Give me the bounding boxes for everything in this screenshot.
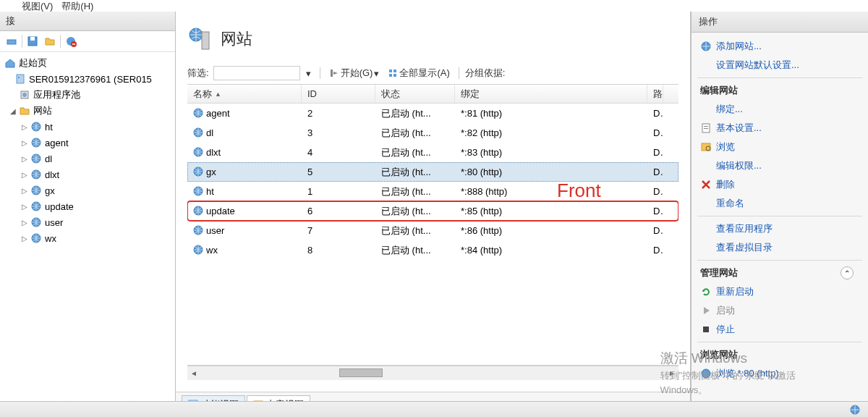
tree-site-item[interactable]: ▷agent	[0, 135, 175, 151]
open-folder-icon[interactable]	[43, 34, 57, 49]
action-add-site[interactable]: 添加网站...	[692, 37, 868, 56]
filter-input[interactable]	[213, 66, 300, 80]
expander-icon[interactable]: ▷	[20, 186, 29, 195]
tree-start-page[interactable]: 起始页	[0, 55, 175, 71]
chevron-down-icon[interactable]	[4, 75, 13, 83]
main-panel: 网站 筛选: ▾ 开始(G) ▾ 全部显示(A) 分组依据: 名称▲ ID 状态…	[176, 12, 691, 417]
tree-site-item[interactable]: ▷ht	[0, 119, 175, 135]
svg-rect-21	[389, 74, 392, 77]
table-row[interactable]: user7已启动 (ht...*:86 (http)D:	[187, 221, 678, 240]
svg-rect-20	[393, 70, 396, 72]
globe-icon	[193, 108, 203, 118]
action-rename[interactable]: 重命名	[692, 194, 868, 213]
tree-site-item[interactable]: ▷user	[0, 214, 175, 230]
col-id[interactable]: ID	[302, 85, 375, 103]
table-row[interactable]: update6已启动 (ht...*:85 (http)D:	[187, 201, 678, 221]
document-icon	[700, 122, 712, 134]
action-set-default[interactable]: 设置网站默认设置...	[692, 56, 868, 75]
tree-site-item[interactable]: ▷gx	[0, 182, 175, 198]
expander-icon[interactable]: ▷	[20, 234, 29, 243]
globe-icon	[30, 232, 42, 244]
globe-icon	[193, 147, 203, 157]
action-browse[interactable]: 浏览	[692, 138, 868, 156]
svg-rect-0	[7, 40, 16, 44]
app-pool-icon	[19, 89, 30, 101]
globe-icon	[193, 206, 203, 216]
tree-app-pool[interactable]: 应用程序池	[0, 87, 175, 103]
action-stop[interactable]: 停止	[692, 320, 868, 339]
sort-asc-icon: ▲	[215, 90, 221, 98]
grid-hscrollbar[interactable]: ◄ ►	[187, 366, 678, 380]
stop-icon	[700, 324, 712, 335]
col-path[interactable]: 路	[647, 85, 663, 103]
action-view-apps[interactable]: 查看应用程序	[692, 219, 868, 238]
toolbar-separator	[60, 35, 61, 48]
action-edit-permissions[interactable]: 编辑权限...	[692, 156, 868, 175]
connect-icon[interactable]	[4, 34, 19, 49]
tree-label: agent	[45, 138, 69, 148]
action-basic-settings[interactable]: 基本设置...	[692, 119, 868, 138]
scroll-left-icon[interactable]: ◄	[187, 366, 200, 379]
tree-site-item[interactable]: ▷dlxt	[0, 167, 175, 182]
svg-rect-40	[704, 128, 708, 129]
tree-site-item[interactable]: ▷dl	[0, 151, 175, 167]
table-row[interactable]: ht1已启动 (ht...*:888 (http)D:	[187, 182, 678, 201]
table-row[interactable]: dlxt4已启动 (ht...*:83 (http)D:	[187, 143, 678, 162]
grid-header: 名称▲ ID 状态 绑定 路	[187, 85, 678, 104]
action-bindings[interactable]: 绑定...	[692, 100, 868, 119]
action-delete[interactable]: 删除	[692, 175, 868, 194]
action-view-vdirs[interactable]: 查看虚拟目录	[692, 238, 868, 257]
action-start[interactable]: 启动	[692, 301, 868, 320]
tree-sites[interactable]: ◢ 网站	[0, 103, 175, 119]
globe-icon	[193, 245, 203, 255]
expander-icon[interactable]: ▷	[20, 202, 29, 211]
svg-point-44	[702, 369, 710, 378]
section-browse-site: 浏览网站	[692, 345, 868, 364]
tree-label: 起始页	[19, 56, 47, 70]
table-row[interactable]: gx5已启动 (ht...*:80 (http)D:	[187, 162, 678, 182]
filter-dropdown-icon[interactable]: ▾	[303, 67, 314, 80]
expander-icon[interactable]: ▷	[20, 122, 29, 131]
save-icon[interactable]	[25, 34, 40, 49]
col-name[interactable]: 名称▲	[187, 85, 302, 103]
tree-server[interactable]: SER015912376961 (SER015	[0, 71, 175, 87]
tree-label: 网站	[33, 104, 52, 117]
col-binding[interactable]: 绑定	[455, 85, 647, 103]
browse-icon	[700, 368, 712, 379]
svg-point-8	[22, 93, 27, 97]
restart-icon	[700, 286, 712, 298]
delete-connection-icon[interactable]	[64, 34, 78, 49]
actions-header: 操作	[692, 12, 868, 33]
svg-rect-39	[704, 126, 708, 127]
statusbar-globe-icon	[849, 404, 861, 416]
sites-big-icon	[187, 26, 213, 52]
expander-icon[interactable]: ▷	[20, 170, 29, 179]
connections-header: 接	[0, 12, 175, 31]
menu-view[interactable]: 视图(V)	[22, 0, 53, 12]
expander-icon[interactable]: ◢	[9, 106, 17, 115]
show-all-button[interactable]: 全部显示(A)	[385, 65, 452, 81]
tree-site-item[interactable]: ▷update	[0, 198, 175, 214]
globe-icon	[193, 186, 203, 196]
scroll-thumb[interactable]	[339, 368, 383, 377]
expander-icon[interactable]: ▷	[20, 138, 29, 147]
action-restart[interactable]: 重新启动	[692, 282, 868, 301]
svg-rect-43	[703, 327, 709, 332]
connections-panel: 接 起始页 SER015912376961 (SER015 应用程序池	[0, 12, 176, 417]
col-state[interactable]: 状态	[375, 85, 455, 103]
table-row[interactable]: agent2已启动 (ht...*:81 (http)D:	[187, 104, 678, 123]
filter-start-button[interactable]: 开始(G) ▾	[326, 65, 383, 81]
page-title: 网站	[221, 28, 252, 50]
menu-help[interactable]: 帮助(H)	[61, 0, 93, 12]
expander-icon[interactable]: ▷	[20, 218, 29, 227]
section-manage-site: 管理网站⌃	[692, 264, 868, 282]
connections-tree[interactable]: 起始页 SER015912376961 (SER015 应用程序池 ◢ 网站 ▷…	[0, 52, 175, 403]
expander-icon[interactable]: ▷	[20, 154, 29, 163]
scroll-right-icon[interactable]: ►	[665, 366, 678, 379]
tree-label: 应用程序池	[33, 88, 80, 101]
action-browse-80[interactable]: 浏览 *:80 (http)	[692, 364, 868, 383]
tree-site-item[interactable]: ▷wx	[0, 230, 175, 246]
table-row[interactable]: wx8已启动 (ht...*:84 (http)D:	[187, 240, 678, 260]
collapse-icon[interactable]: ⌃	[841, 266, 854, 279]
table-row[interactable]: dl3已启动 (ht...*:82 (http)D:	[187, 123, 678, 143]
